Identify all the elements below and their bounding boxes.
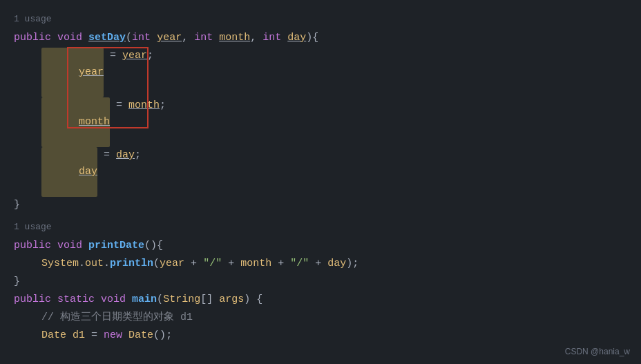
code-line-date-d1: Date d1 = new Date () ;: [0, 327, 641, 345]
highlight-day: day: [41, 147, 97, 197]
code-line-println: System . out . println ( year + "/" + mo…: [0, 256, 641, 274]
code-line-printdate: public void printDate (){: [0, 238, 641, 256]
plus4: +: [309, 256, 327, 272]
paren-6: (: [157, 291, 163, 308]
paren-close: ): [306, 30, 312, 46]
semi-1: ;: [147, 48, 153, 64]
keyword-public: public: [14, 30, 51, 46]
semi-3: ;: [135, 147, 141, 164]
plus2: +: [222, 256, 240, 272]
space: [151, 30, 157, 46]
type-date: Date: [41, 327, 66, 344]
code-line-year-assign: year = year ;: [0, 48, 641, 97]
keyword-new: new: [104, 327, 122, 344]
method-println: println: [110, 256, 153, 272]
space: [122, 327, 128, 344]
watermark-text: CSDN @hania_w: [565, 347, 630, 356]
usage-line-2: 1 usage: [0, 215, 641, 238]
space: [95, 291, 101, 308]
paren-5: ): [346, 256, 352, 272]
keyword-static: static: [57, 291, 95, 308]
method-printdate: printDate: [88, 238, 144, 254]
class-system: System: [41, 256, 79, 272]
var-day-print: day: [327, 256, 346, 272]
code-line-close-brace-2: }: [0, 274, 641, 291]
semi-5: ;: [166, 327, 172, 344]
code-line-main: public static void main ( String [] args…: [0, 291, 641, 309]
usage-text-1: 1 usage: [14, 14, 52, 24]
var-day-right: day: [116, 147, 135, 164]
code-line-comment: // 构造三个日期类型的对象 d1: [0, 309, 641, 327]
space-eq: =: [104, 48, 122, 64]
comma2: ,: [250, 30, 262, 46]
code-line-setday: public void setDay ( int year , int mont…: [0, 30, 641, 48]
var-year-left: year: [79, 66, 104, 78]
var-month-print: month: [240, 256, 271, 272]
string-slash1: "/": [203, 256, 222, 272]
method-main: main: [132, 291, 157, 308]
dot1: .: [79, 256, 85, 272]
paren-4: (: [153, 256, 160, 272]
var-day-left: day: [79, 166, 97, 178]
space: [213, 291, 219, 308]
code-container: 1 usage public void setDay ( int year , …: [0, 0, 641, 352]
space: [82, 30, 88, 46]
space: [66, 327, 73, 344]
brace-close-2: }: [14, 274, 20, 290]
comment-construct: // 构造三个日期类型的对象 d1: [41, 309, 193, 326]
brace-close-1: }: [14, 197, 20, 213]
space-eq3: =: [97, 147, 116, 164]
space: [82, 238, 88, 254]
paren-7: ) {: [244, 291, 262, 308]
plus3: +: [271, 256, 290, 272]
paren-open: (: [126, 30, 132, 46]
comma: ,: [182, 30, 194, 46]
space: [281, 30, 287, 46]
keyword-int-3: int: [262, 30, 281, 46]
keyword-void-3: void: [101, 291, 126, 308]
space: [51, 30, 57, 46]
watermark: CSDN @hania_w: [565, 345, 630, 358]
brace-open: {: [312, 30, 318, 46]
var-year-print: year: [160, 256, 184, 272]
method-setday: setDay: [88, 30, 126, 46]
code-line-close-brace-1: }: [0, 197, 641, 215]
space-eq2: =: [110, 97, 128, 114]
param-month: month: [219, 30, 250, 46]
param-day: day: [287, 30, 306, 46]
var-args: args: [219, 291, 244, 308]
var-out: out: [85, 256, 104, 272]
space: [51, 238, 57, 254]
param-year: year: [157, 30, 182, 46]
semi-4: ;: [352, 256, 358, 272]
paren-8: (): [153, 327, 166, 344]
keyword-public-2: public: [14, 238, 51, 254]
keyword-int-2: int: [194, 30, 213, 46]
keyword-void: void: [57, 30, 82, 46]
keyword-public-3: public: [14, 291, 51, 308]
paren-3: (){: [144, 238, 163, 254]
usage-text-2: 1 usage: [14, 222, 52, 232]
var-year-right: year: [122, 48, 147, 64]
string-slash2: "/": [290, 256, 309, 272]
code-line-day-assign: day = day ;: [0, 147, 641, 197]
dot2: .: [104, 256, 110, 272]
type-date-2: Date: [128, 327, 153, 344]
semi-2: ;: [160, 97, 166, 114]
highlight-year: year: [41, 48, 104, 97]
space: [51, 291, 57, 308]
space-eq4: =: [85, 327, 104, 344]
keyword-int-1: int: [132, 30, 151, 46]
usage-line-1: 1 usage: [0, 7, 641, 30]
var-month-right: month: [128, 97, 160, 114]
keyword-void-2: void: [57, 238, 82, 254]
space: [213, 30, 219, 46]
var-d1: d1: [73, 327, 85, 344]
type-string: String: [163, 291, 200, 308]
var-month-left: month: [79, 116, 110, 128]
code-line-month-assign: month = month ;: [0, 97, 641, 147]
highlight-month: month: [41, 97, 110, 147]
plus1: +: [184, 256, 203, 272]
bracket: []: [200, 291, 213, 308]
space: [126, 291, 132, 308]
